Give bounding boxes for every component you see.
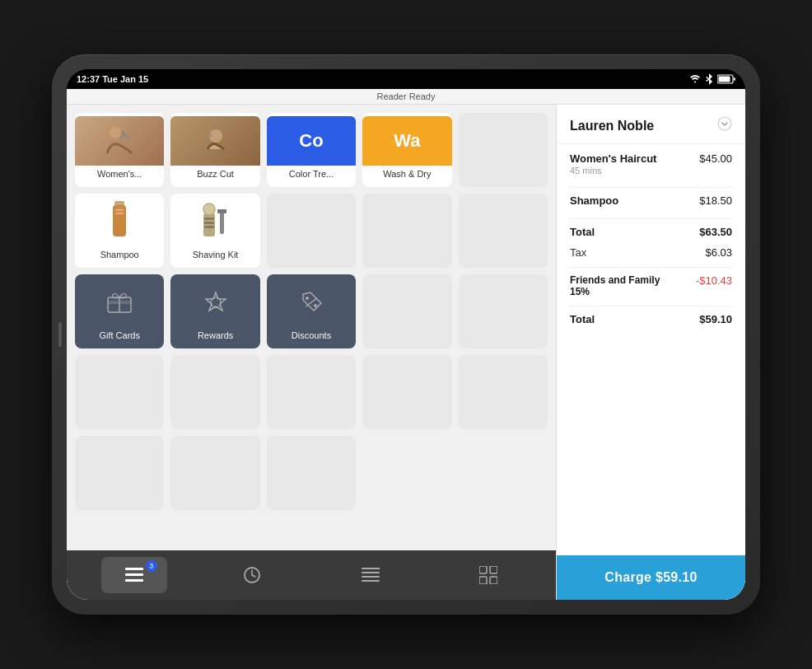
rewards-icon-area <box>170 278 259 327</box>
charge-button[interactable]: Charge $59.10 <box>557 555 745 600</box>
total-value: $63.50 <box>699 226 732 238</box>
pos-icon <box>125 568 143 582</box>
nav-grid[interactable] <box>455 557 521 593</box>
shampoo-image <box>75 197 164 246</box>
svg-point-26 <box>314 304 317 307</box>
product-wash-dry[interactable]: Wa Wash & Dry <box>362 113 451 187</box>
empty-cell-4 <box>459 194 548 268</box>
shaving-kit-label: Shaving Kit <box>189 246 242 264</box>
right-panel: Lauren Noble Women's Haircut $45.00 <box>556 105 745 600</box>
empty-cell-11 <box>459 355 548 429</box>
divider-3 <box>570 267 732 268</box>
buzz-cut-label: Buzz Cut <box>194 166 237 184</box>
svg-rect-12 <box>115 213 124 214</box>
tablet-screen: 12:37 Tue Jan 15 Reader Ready <box>67 69 745 600</box>
empty-cell-10 <box>362 355 451 429</box>
total-label: Total <box>570 226 595 238</box>
order-item-womens-haircut: Women's Haircut $45.00 45 mins <box>570 152 732 175</box>
clock-icon <box>243 566 261 584</box>
tax-value: $6.03 <box>705 246 732 259</box>
customer-name: Lauren Noble <box>570 119 654 133</box>
order-items: Women's Haircut $45.00 45 mins Shampoo $… <box>557 144 745 555</box>
product-rewards[interactable]: Rewards <box>170 274 259 349</box>
bottom-nav: 3 <box>67 550 556 600</box>
svg-rect-41 <box>490 577 497 584</box>
svg-rect-40 <box>479 577 487 584</box>
svg-rect-7 <box>209 133 211 139</box>
empty-cell-9 <box>267 355 356 429</box>
empty-cell-12 <box>75 436 164 510</box>
nav-list[interactable] <box>338 557 404 593</box>
battery-icon <box>717 74 735 84</box>
product-buzz-cut[interactable]: Buzz Cut <box>170 113 259 187</box>
summary-final-total: Total $59.10 <box>570 313 732 325</box>
customer-chevron-icon[interactable] <box>717 116 732 135</box>
left-panel: Women's... <box>67 105 556 600</box>
empty-cell-1 <box>459 113 548 187</box>
status-bar: 12:37 Tue Jan 15 <box>67 69 745 89</box>
svg-rect-11 <box>115 209 124 211</box>
empty-cell-7 <box>75 355 164 429</box>
empty-cell-2 <box>267 194 356 268</box>
product-shampoo[interactable]: Shampoo <box>75 194 164 268</box>
svg-rect-36 <box>362 580 380 582</box>
product-gift-cards[interactable]: Gift Cards <box>75 274 164 349</box>
empty-cell-8 <box>170 355 259 429</box>
svg-rect-14 <box>204 218 214 220</box>
svg-rect-34 <box>362 572 380 573</box>
reader-ready-bar: Reader Ready <box>67 89 745 105</box>
discount-value: -$10.43 <box>696 274 732 297</box>
empty-cell-13 <box>170 436 259 510</box>
item-price-shampoo: $18.50 <box>699 194 732 207</box>
item-price-haircut: $45.00 <box>699 152 732 165</box>
rewards-label: Rewards <box>194 327 236 345</box>
item-name-haircut: Women's Haircut <box>570 152 656 165</box>
svg-rect-19 <box>217 209 226 213</box>
color-treatment-tile: Co <box>267 116 356 166</box>
summary-tax: Tax $6.03 <box>570 246 732 259</box>
summary-total: Total $63.50 <box>570 226 732 238</box>
item-name-shampoo: Shampoo <box>570 194 618 207</box>
wash-dry-label: Wash & Dry <box>380 166 434 184</box>
shampoo-label: Shampoo <box>97 246 142 264</box>
svg-rect-27 <box>125 568 143 570</box>
product-discounts[interactable]: Discounts <box>267 274 356 349</box>
discounts-label: Discounts <box>288 327 334 345</box>
item-subtitle-haircut: 45 mins <box>570 166 732 175</box>
status-time: 12:37 Tue Jan 15 <box>77 74 148 84</box>
main-content: Women's... <box>67 105 745 600</box>
svg-point-2 <box>110 127 121 138</box>
product-color-treatment[interactable]: Co Color Tre... <box>267 113 356 187</box>
svg-rect-1 <box>719 77 730 82</box>
nav-badge: 3 <box>146 560 157 572</box>
order-item-shampoo: Shampoo $18.50 <box>570 194 732 207</box>
nav-pos[interactable]: 3 <box>101 557 167 593</box>
tablet-device: 12:37 Tue Jan 15 Reader Ready <box>52 54 760 615</box>
womens-haircut-label: Women's... <box>94 166 145 184</box>
side-button <box>58 322 62 347</box>
svg-point-42 <box>718 117 731 130</box>
list-icon <box>362 568 380 582</box>
discount-label: Friends and Family 15% <box>570 274 669 297</box>
svg-rect-35 <box>362 576 380 578</box>
gift-cards-label: Gift Cards <box>96 327 143 345</box>
divider-1 <box>570 187 732 188</box>
product-womens-haircut[interactable]: Women's... <box>75 113 164 187</box>
wifi-icon <box>689 75 701 83</box>
svg-rect-29 <box>125 579 143 582</box>
empty-cell-3 <box>362 194 451 268</box>
divider-4 <box>570 306 732 306</box>
color-treatment-initials: Co <box>299 130 323 152</box>
discounts-icon-area <box>267 278 356 327</box>
tax-label: Tax <box>570 246 586 259</box>
status-icons <box>689 73 735 85</box>
product-grid-area: Women's... <box>67 105 556 550</box>
bluetooth-icon <box>705 73 713 85</box>
nav-clock[interactable] <box>219 557 285 593</box>
womens-haircut-image <box>75 116 164 166</box>
wash-dry-initials: Wa <box>394 130 420 152</box>
final-total-label: Total <box>570 313 595 325</box>
color-treatment-label: Color Tre... <box>286 166 337 184</box>
product-shaving-kit[interactable]: Shaving Kit <box>170 194 259 268</box>
gift-cards-icon-area <box>75 278 164 327</box>
